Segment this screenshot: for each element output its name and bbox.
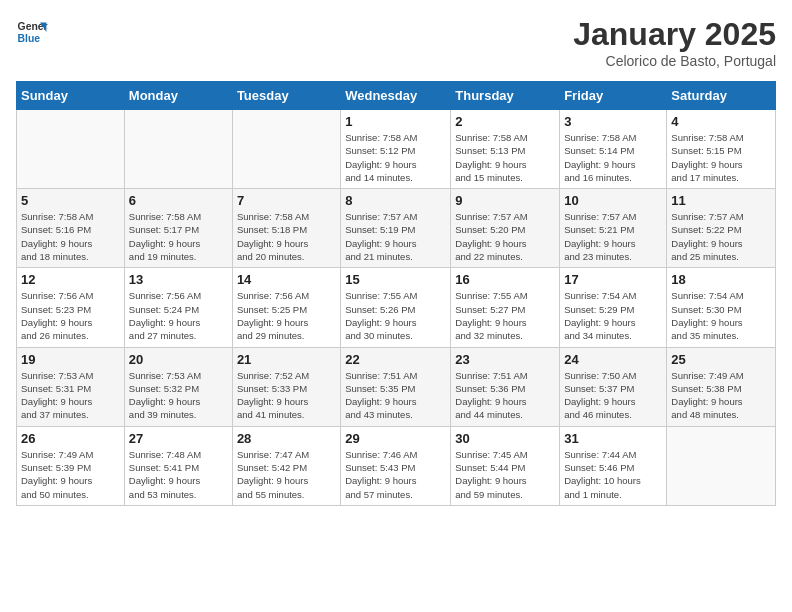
day-info: Sunrise: 7:45 AMSunset: 5:44 PMDaylight:… <box>455 448 555 501</box>
day-info: Sunrise: 7:57 AMSunset: 5:21 PMDaylight:… <box>564 210 662 263</box>
day-number: 24 <box>564 352 662 367</box>
day-number: 30 <box>455 431 555 446</box>
day-number: 6 <box>129 193 228 208</box>
weekday-header-row: SundayMondayTuesdayWednesdayThursdayFrid… <box>17 82 776 110</box>
calendar-cell: 1Sunrise: 7:58 AMSunset: 5:12 PMDaylight… <box>341 110 451 189</box>
title-section: January 2025 Celorico de Basto, Portugal <box>573 16 776 69</box>
calendar-cell: 7Sunrise: 7:58 AMSunset: 5:18 PMDaylight… <box>232 189 340 268</box>
day-info: Sunrise: 7:53 AMSunset: 5:31 PMDaylight:… <box>21 369 120 422</box>
day-number: 16 <box>455 272 555 287</box>
day-info: Sunrise: 7:44 AMSunset: 5:46 PMDaylight:… <box>564 448 662 501</box>
day-info: Sunrise: 7:48 AMSunset: 5:41 PMDaylight:… <box>129 448 228 501</box>
calendar-cell: 5Sunrise: 7:58 AMSunset: 5:16 PMDaylight… <box>17 189 125 268</box>
day-number: 12 <box>21 272 120 287</box>
day-number: 7 <box>237 193 336 208</box>
calendar-cell: 10Sunrise: 7:57 AMSunset: 5:21 PMDayligh… <box>560 189 667 268</box>
day-info: Sunrise: 7:47 AMSunset: 5:42 PMDaylight:… <box>237 448 336 501</box>
calendar-cell: 26Sunrise: 7:49 AMSunset: 5:39 PMDayligh… <box>17 426 125 505</box>
calendar-cell: 16Sunrise: 7:55 AMSunset: 5:27 PMDayligh… <box>451 268 560 347</box>
calendar-week-row: 5Sunrise: 7:58 AMSunset: 5:16 PMDaylight… <box>17 189 776 268</box>
calendar-cell: 12Sunrise: 7:56 AMSunset: 5:23 PMDayligh… <box>17 268 125 347</box>
calendar-cell: 11Sunrise: 7:57 AMSunset: 5:22 PMDayligh… <box>667 189 776 268</box>
day-info: Sunrise: 7:55 AMSunset: 5:26 PMDaylight:… <box>345 289 446 342</box>
weekday-header: Tuesday <box>232 82 340 110</box>
day-number: 15 <box>345 272 446 287</box>
calendar-table: SundayMondayTuesdayWednesdayThursdayFrid… <box>16 81 776 506</box>
calendar-cell: 24Sunrise: 7:50 AMSunset: 5:37 PMDayligh… <box>560 347 667 426</box>
day-number: 11 <box>671 193 771 208</box>
logo: General Blue <box>16 16 48 48</box>
day-info: Sunrise: 7:58 AMSunset: 5:12 PMDaylight:… <box>345 131 446 184</box>
day-info: Sunrise: 7:58 AMSunset: 5:13 PMDaylight:… <box>455 131 555 184</box>
calendar-cell <box>232 110 340 189</box>
day-info: Sunrise: 7:57 AMSunset: 5:20 PMDaylight:… <box>455 210 555 263</box>
day-info: Sunrise: 7:58 AMSunset: 5:18 PMDaylight:… <box>237 210 336 263</box>
calendar-cell <box>667 426 776 505</box>
day-number: 18 <box>671 272 771 287</box>
weekday-header: Saturday <box>667 82 776 110</box>
weekday-header: Monday <box>124 82 232 110</box>
calendar-week-row: 26Sunrise: 7:49 AMSunset: 5:39 PMDayligh… <box>17 426 776 505</box>
day-info: Sunrise: 7:58 AMSunset: 5:17 PMDaylight:… <box>129 210 228 263</box>
calendar-cell: 19Sunrise: 7:53 AMSunset: 5:31 PMDayligh… <box>17 347 125 426</box>
calendar-week-row: 1Sunrise: 7:58 AMSunset: 5:12 PMDaylight… <box>17 110 776 189</box>
day-info: Sunrise: 7:53 AMSunset: 5:32 PMDaylight:… <box>129 369 228 422</box>
weekday-header: Wednesday <box>341 82 451 110</box>
calendar-cell: 15Sunrise: 7:55 AMSunset: 5:26 PMDayligh… <box>341 268 451 347</box>
page-header: General Blue January 2025 Celorico de Ba… <box>16 16 776 69</box>
day-number: 8 <box>345 193 446 208</box>
calendar-cell: 2Sunrise: 7:58 AMSunset: 5:13 PMDaylight… <box>451 110 560 189</box>
calendar-cell: 13Sunrise: 7:56 AMSunset: 5:24 PMDayligh… <box>124 268 232 347</box>
day-info: Sunrise: 7:51 AMSunset: 5:35 PMDaylight:… <box>345 369 446 422</box>
day-info: Sunrise: 7:56 AMSunset: 5:24 PMDaylight:… <box>129 289 228 342</box>
day-number: 2 <box>455 114 555 129</box>
day-info: Sunrise: 7:58 AMSunset: 5:16 PMDaylight:… <box>21 210 120 263</box>
day-info: Sunrise: 7:51 AMSunset: 5:36 PMDaylight:… <box>455 369 555 422</box>
day-number: 29 <box>345 431 446 446</box>
day-number: 14 <box>237 272 336 287</box>
day-info: Sunrise: 7:54 AMSunset: 5:30 PMDaylight:… <box>671 289 771 342</box>
day-number: 13 <box>129 272 228 287</box>
calendar-cell: 25Sunrise: 7:49 AMSunset: 5:38 PMDayligh… <box>667 347 776 426</box>
day-number: 25 <box>671 352 771 367</box>
calendar-cell: 9Sunrise: 7:57 AMSunset: 5:20 PMDaylight… <box>451 189 560 268</box>
day-info: Sunrise: 7:58 AMSunset: 5:15 PMDaylight:… <box>671 131 771 184</box>
svg-text:Blue: Blue <box>18 33 41 44</box>
calendar-cell: 29Sunrise: 7:46 AMSunset: 5:43 PMDayligh… <box>341 426 451 505</box>
calendar-cell: 4Sunrise: 7:58 AMSunset: 5:15 PMDaylight… <box>667 110 776 189</box>
calendar-week-row: 19Sunrise: 7:53 AMSunset: 5:31 PMDayligh… <box>17 347 776 426</box>
day-number: 19 <box>21 352 120 367</box>
weekday-header: Thursday <box>451 82 560 110</box>
day-info: Sunrise: 7:57 AMSunset: 5:19 PMDaylight:… <box>345 210 446 263</box>
day-number: 4 <box>671 114 771 129</box>
calendar-title: January 2025 <box>573 16 776 53</box>
calendar-cell: 8Sunrise: 7:57 AMSunset: 5:19 PMDaylight… <box>341 189 451 268</box>
day-info: Sunrise: 7:57 AMSunset: 5:22 PMDaylight:… <box>671 210 771 263</box>
calendar-subtitle: Celorico de Basto, Portugal <box>573 53 776 69</box>
calendar-cell: 18Sunrise: 7:54 AMSunset: 5:30 PMDayligh… <box>667 268 776 347</box>
day-info: Sunrise: 7:55 AMSunset: 5:27 PMDaylight:… <box>455 289 555 342</box>
day-info: Sunrise: 7:58 AMSunset: 5:14 PMDaylight:… <box>564 131 662 184</box>
day-info: Sunrise: 7:54 AMSunset: 5:29 PMDaylight:… <box>564 289 662 342</box>
calendar-cell: 27Sunrise: 7:48 AMSunset: 5:41 PMDayligh… <box>124 426 232 505</box>
day-info: Sunrise: 7:52 AMSunset: 5:33 PMDaylight:… <box>237 369 336 422</box>
day-number: 17 <box>564 272 662 287</box>
weekday-header: Sunday <box>17 82 125 110</box>
calendar-cell: 22Sunrise: 7:51 AMSunset: 5:35 PMDayligh… <box>341 347 451 426</box>
day-number: 26 <box>21 431 120 446</box>
calendar-cell: 28Sunrise: 7:47 AMSunset: 5:42 PMDayligh… <box>232 426 340 505</box>
day-number: 20 <box>129 352 228 367</box>
calendar-cell: 23Sunrise: 7:51 AMSunset: 5:36 PMDayligh… <box>451 347 560 426</box>
day-number: 28 <box>237 431 336 446</box>
calendar-week-row: 12Sunrise: 7:56 AMSunset: 5:23 PMDayligh… <box>17 268 776 347</box>
calendar-cell <box>17 110 125 189</box>
calendar-cell <box>124 110 232 189</box>
day-number: 9 <box>455 193 555 208</box>
day-number: 23 <box>455 352 555 367</box>
day-info: Sunrise: 7:49 AMSunset: 5:38 PMDaylight:… <box>671 369 771 422</box>
day-info: Sunrise: 7:46 AMSunset: 5:43 PMDaylight:… <box>345 448 446 501</box>
calendar-cell: 6Sunrise: 7:58 AMSunset: 5:17 PMDaylight… <box>124 189 232 268</box>
day-number: 10 <box>564 193 662 208</box>
calendar-cell: 30Sunrise: 7:45 AMSunset: 5:44 PMDayligh… <box>451 426 560 505</box>
day-number: 31 <box>564 431 662 446</box>
